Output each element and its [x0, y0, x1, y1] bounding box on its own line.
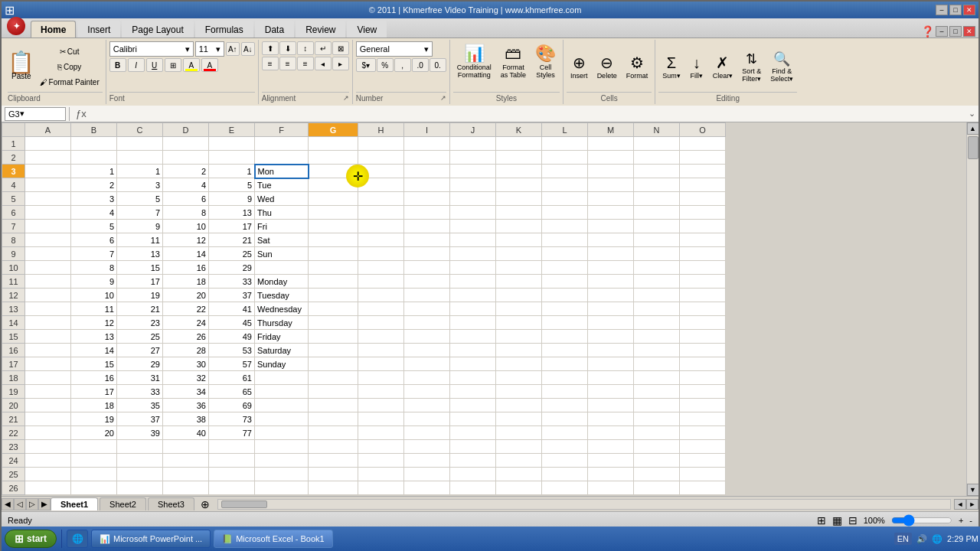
- cell-J1[interactable]: [450, 137, 496, 151]
- cell-J7[interactable]: [450, 220, 496, 233]
- cell-E7[interactable]: 17: [209, 220, 255, 233]
- taskbar-app-excel[interactable]: 📗 Microsoft Excel - Book1: [214, 530, 333, 548]
- cell-A22[interactable]: [25, 426, 71, 440]
- cell-B11[interactable]: 9: [71, 275, 117, 289]
- cell-J10[interactable]: [450, 261, 496, 275]
- cell-L6[interactable]: [542, 206, 588, 220]
- cell-I20[interactable]: [404, 399, 450, 412]
- cell-E20[interactable]: 69: [209, 399, 255, 412]
- h-scroll-left-button[interactable]: ◄: [954, 499, 966, 510]
- cell-M14[interactable]: [588, 316, 634, 330]
- cell-H6[interactable]: [358, 206, 404, 220]
- cell-K16[interactable]: [496, 344, 542, 357]
- alignment-dialog-icon[interactable]: ↗: [343, 94, 349, 103]
- col-header-k[interactable]: K: [496, 123, 542, 137]
- cell-B23[interactable]: [71, 440, 117, 454]
- text-wrap-button[interactable]: ↵: [315, 41, 332, 55]
- cell-N2[interactable]: [634, 151, 680, 165]
- office-button[interactable]: ✦: [5, 15, 28, 37]
- cell-G6[interactable]: [309, 206, 358, 220]
- sheet-insert-icon[interactable]: ⊕: [196, 498, 214, 510]
- cell-C10[interactable]: 15: [117, 261, 163, 275]
- cell-O25[interactable]: [680, 468, 726, 481]
- cell-E9[interactable]: 25: [209, 247, 255, 261]
- align-bottom-button[interactable]: ↕: [297, 41, 314, 55]
- cell-reference-box[interactable]: G3 ▾: [5, 107, 66, 121]
- cell-M11[interactable]: [588, 275, 634, 289]
- cell-B14[interactable]: 12: [71, 316, 117, 330]
- cell-E1[interactable]: [209, 137, 255, 151]
- cell-M9[interactable]: [588, 247, 634, 261]
- cell-N12[interactable]: [634, 289, 680, 302]
- cell-D16[interactable]: 28: [163, 344, 209, 357]
- cell-G13[interactable]: [309, 302, 358, 316]
- cell-G15[interactable]: [309, 330, 358, 344]
- cell-F22[interactable]: [255, 426, 309, 440]
- cell-D1[interactable]: [163, 137, 209, 151]
- currency-button[interactable]: $▾: [356, 58, 376, 72]
- cell-K22[interactable]: [496, 426, 542, 440]
- cell-H7[interactable]: [358, 220, 404, 233]
- cell-L21[interactable]: [542, 412, 588, 426]
- cell-K7[interactable]: [496, 220, 542, 233]
- scrollbar-up-button[interactable]: ▲: [967, 122, 979, 135]
- cell-M12[interactable]: [588, 289, 634, 302]
- cell-C7[interactable]: 9: [117, 220, 163, 233]
- cell-F24[interactable]: [255, 454, 309, 468]
- cell-N7[interactable]: [634, 220, 680, 233]
- taskbar-quick-launch[interactable]: 🌐: [67, 530, 88, 548]
- cell-O18[interactable]: [680, 371, 726, 385]
- cell-styles-button[interactable]: 🎨 CellStyles: [531, 41, 560, 81]
- cell-A26[interactable]: [25, 481, 71, 495]
- cell-D26[interactable]: [163, 481, 209, 495]
- cell-E21[interactable]: 73: [209, 412, 255, 426]
- cell-L22[interactable]: [542, 426, 588, 440]
- cell-H20[interactable]: [358, 399, 404, 412]
- col-header-l[interactable]: L: [542, 123, 588, 137]
- cell-F25[interactable]: [255, 468, 309, 481]
- cell-B4[interactable]: 2: [71, 178, 117, 192]
- cell-I8[interactable]: [404, 233, 450, 247]
- row-header[interactable]: 10: [2, 261, 25, 275]
- cell-I24[interactable]: [404, 454, 450, 468]
- cell-O17[interactable]: [680, 357, 726, 371]
- cell-N20[interactable]: [634, 399, 680, 412]
- cell-I18[interactable]: [404, 371, 450, 385]
- cell-F3[interactable]: Mon: [255, 165, 309, 178]
- row-header[interactable]: 4: [2, 178, 25, 192]
- cell-N24[interactable]: [634, 454, 680, 468]
- cell-A19[interactable]: [25, 385, 71, 399]
- row-header[interactable]: 12: [2, 289, 25, 302]
- close-button[interactable]: ✕: [963, 5, 975, 15]
- cell-K23[interactable]: [496, 440, 542, 454]
- cell-F21[interactable]: [255, 412, 309, 426]
- italic-button[interactable]: I: [128, 58, 145, 72]
- cell-J13[interactable]: [450, 302, 496, 316]
- cell-E19[interactable]: 65: [209, 385, 255, 399]
- cell-O10[interactable]: [680, 261, 726, 275]
- cell-J17[interactable]: [450, 357, 496, 371]
- cell-E5[interactable]: 9: [209, 192, 255, 206]
- cell-L9[interactable]: [542, 247, 588, 261]
- cell-E15[interactable]: 49: [209, 330, 255, 344]
- cell-A25[interactable]: [25, 468, 71, 481]
- cell-G18[interactable]: [309, 371, 358, 385]
- cell-K8[interactable]: [496, 233, 542, 247]
- fill-color-button[interactable]: A: [183, 58, 200, 72]
- cell-F17[interactable]: Sunday: [255, 357, 309, 371]
- tab-data[interactable]: Data: [255, 21, 294, 37]
- cell-O19[interactable]: [680, 385, 726, 399]
- cell-G20[interactable]: [309, 399, 358, 412]
- cell-C13[interactable]: 21: [117, 302, 163, 316]
- cell-K9[interactable]: [496, 247, 542, 261]
- fill-button[interactable]: ↓ Fill▾: [686, 52, 707, 82]
- indent-decrease-button[interactable]: ◂: [315, 57, 332, 70]
- view-layout-button[interactable]: ▦: [832, 514, 842, 527]
- cell-F4[interactable]: Tue: [255, 178, 309, 192]
- network-icon[interactable]: 🌐: [932, 534, 942, 544]
- cell-L25[interactable]: [542, 468, 588, 481]
- cell-I2[interactable]: [404, 151, 450, 165]
- comma-button[interactable]: ,: [394, 58, 411, 72]
- cell-N23[interactable]: [634, 440, 680, 454]
- cell-O15[interactable]: [680, 330, 726, 344]
